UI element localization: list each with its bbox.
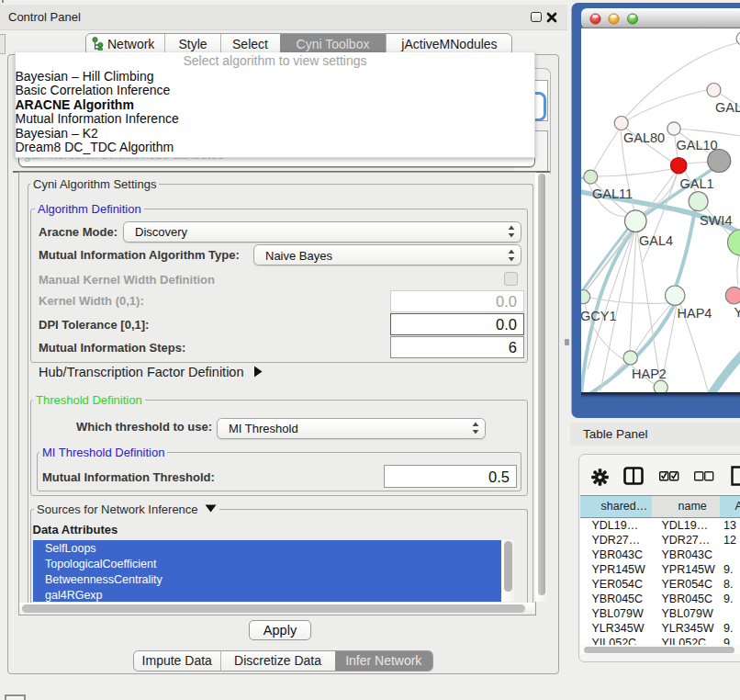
svg-text:SWI4: SWI4 [700,213,732,228]
svg-text:GAL80: GAL80 [623,130,665,145]
svg-text:GAL2: GAL2 [715,100,740,115]
svg-text:HAP4: HAP4 [678,306,712,321]
svg-text:GAL11: GAL11 [592,186,633,201]
svg-text:Y: Y [734,305,740,320]
svg-text:GAL4: GAL4 [639,233,673,248]
svg-text:GCY1: GCY1 [580,309,617,323]
svg-text:GAL10: GAL10 [677,138,718,152]
svg-text:HAP2: HAP2 [632,367,667,381]
svg-text:GAL1: GAL1 [680,176,714,191]
